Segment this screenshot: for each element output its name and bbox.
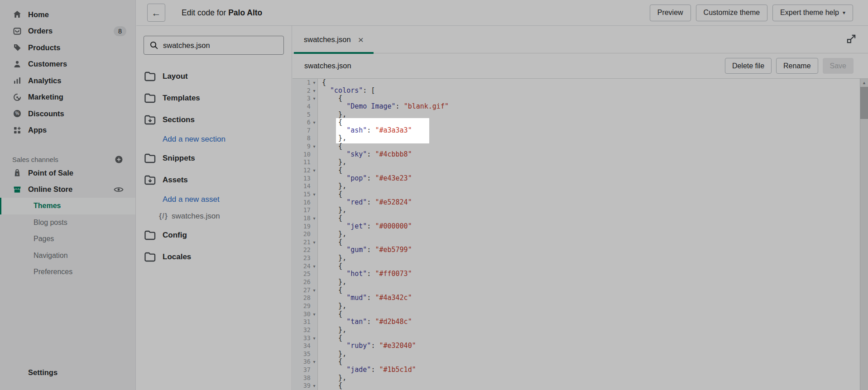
tab-swatches-json[interactable]: swatches.json × (294, 26, 374, 53)
code-line[interactable]: 31 "tan": "#d2b48c" (293, 318, 860, 326)
code-line[interactable]: 38 }, (293, 374, 860, 382)
code-line[interactable]: 3▾ { (293, 95, 860, 103)
code-line[interactable]: 23 }, (293, 254, 860, 262)
code-line[interactable]: 17 }, (293, 206, 860, 214)
code-line[interactable]: 24▾ { (293, 262, 860, 271)
line-number: 19 (293, 223, 311, 231)
code-line[interactable]: 6▾ { (293, 119, 860, 127)
code-line[interactable]: 32 }, (293, 326, 860, 334)
add-a-new-section-link[interactable]: Add a new section (136, 131, 292, 147)
code-line[interactable]: 27▾ { (293, 286, 860, 295)
sidebar-item-point-of-sale[interactable]: sPoint of Sale (0, 165, 135, 181)
code-line[interactable]: 8 }, (293, 134, 860, 143)
folder-templates[interactable]: Templates (136, 87, 292, 109)
fold-toggle-icon[interactable]: ▾ (311, 87, 318, 95)
fold-toggle-icon[interactable]: ▾ (311, 358, 318, 366)
code-line[interactable]: 14 }, (293, 182, 860, 190)
fold-toggle-icon[interactable]: ▾ (311, 382, 318, 390)
code-line[interactable]: 39▾ { (293, 382, 860, 390)
item-label: Marketing (28, 93, 63, 101)
code-line[interactable]: 11 }, (293, 158, 860, 166)
sidebar-item-navigation[interactable]: Navigation (0, 247, 135, 264)
sidebar-item-blog-posts[interactable]: Blog posts (0, 214, 135, 231)
delete-file-button[interactable]: Delete file (725, 58, 772, 74)
code-line[interactable]: 34 "ruby": "#e32040" (293, 342, 860, 350)
file-search-input[interactable] (163, 41, 278, 50)
customize-theme-button[interactable]: Customize theme (696, 5, 768, 21)
code-line[interactable]: 13 "pop": "#e43e23" (293, 175, 860, 183)
folder-assets[interactable]: Assets (136, 169, 292, 191)
code-line[interactable]: 37 "jade": "#1b5c1d" (293, 366, 860, 374)
folder-config[interactable]: Config (136, 224, 292, 246)
code-line[interactable]: 19 "jet": "#000000" (293, 223, 860, 231)
code-line[interactable]: 15▾ { (293, 190, 860, 199)
rename-button[interactable]: Rename (776, 58, 818, 74)
code-line[interactable]: 35 }, (293, 350, 860, 358)
editor-scrollbar[interactable]: ▲ (860, 79, 868, 390)
sidebar-item-products[interactable]: Products (0, 39, 135, 56)
code-line[interactable]: 20 }, (293, 230, 860, 238)
fullscreen-icon[interactable] (844, 32, 859, 47)
file-search[interactable] (144, 36, 284, 55)
code-line[interactable]: 18▾ { (293, 214, 860, 223)
folder-sections[interactable]: Sections (136, 109, 292, 131)
save-button[interactable]: Save (823, 58, 854, 74)
code-line[interactable]: 10 "sky": "#4cbbb8" (293, 151, 860, 159)
preview-button[interactable]: Preview (650, 5, 691, 21)
code-line[interactable]: 25 "hot": "#ff0073" (293, 270, 860, 278)
expert-theme-help-button[interactable]: Expert theme help ▾ (772, 5, 853, 21)
code-line[interactable]: 26 }, (293, 278, 860, 286)
code-line[interactable]: 30▾ { (293, 310, 860, 319)
sidebar-item-pages[interactable]: Pages (0, 231, 135, 247)
fold-toggle-icon[interactable]: ▾ (311, 119, 318, 127)
code-line[interactable]: 22 "gum": "#eb5799" (293, 246, 860, 254)
code-line[interactable]: 5 }, (293, 111, 860, 119)
add-a-new-asset-link[interactable]: Add a new asset (136, 191, 292, 208)
code-line[interactable]: 21▾ { (293, 238, 860, 247)
fold-toggle-icon[interactable]: ▾ (311, 95, 318, 103)
sidebar-item-home[interactable]: Home (0, 6, 135, 23)
code-line[interactable]: 9▾ { (293, 143, 860, 151)
fold-toggle-icon[interactable]: ▾ (311, 334, 318, 342)
code-line[interactable]: 2▾ "colors": [ (293, 87, 860, 95)
code-line[interactable]: 16 "red": "#e52824" (293, 199, 860, 207)
fold-toggle-icon[interactable]: ▾ (311, 79, 318, 87)
sidebar-item-online-store[interactable]: Online Store (0, 181, 135, 198)
code-line[interactable]: 28 "mud": "#4a342c" (293, 294, 860, 302)
folder-snippets[interactable]: Snippets (136, 147, 292, 169)
sidebar-item-discounts[interactable]: %Discounts (0, 105, 135, 122)
sidebar-item-analytics[interactable]: Analytics (0, 72, 135, 89)
code-line[interactable]: 7 "ash": "#a3a3a3" (293, 127, 860, 135)
fold-toggle-icon[interactable]: ▾ (311, 310, 318, 319)
fold-toggle-icon[interactable]: ▾ (311, 166, 318, 175)
sidebar-item-themes[interactable]: Themes (0, 198, 135, 214)
code-area[interactable]: 1▾{2▾ "colors": [3▾ {4 "Demo Image": "bl… (293, 79, 860, 390)
sidebar-item-customers[interactable]: Customers (0, 56, 135, 73)
folder-layout[interactable]: Layout (136, 66, 292, 87)
code-line[interactable]: 33▾ { (293, 334, 860, 342)
fold-toggle-icon[interactable]: ▾ (311, 238, 318, 247)
fold-toggle-icon[interactable]: ▾ (311, 262, 318, 271)
sidebar-item-orders[interactable]: Orders8 (0, 23, 135, 40)
code-line[interactable]: 36▾ { (293, 358, 860, 366)
fold-toggle-icon[interactable]: ▾ (311, 214, 318, 223)
code-line[interactable]: 4 "Demo Image": "blank.gif" (293, 103, 860, 111)
code-line[interactable]: 12▾ { (293, 166, 860, 175)
code-line[interactable]: 1▾{ (293, 79, 860, 87)
fold-toggle-icon[interactable]: ▾ (311, 286, 318, 295)
fold-toggle-icon[interactable]: ▾ (311, 190, 318, 199)
scrollbar-thumb[interactable] (860, 87, 868, 119)
add-sales-channel-button[interactable] (115, 156, 123, 163)
sidebar-item-marketing[interactable]: Marketing (0, 89, 135, 106)
back-button[interactable]: ← (147, 4, 165, 22)
sidebar-item-apps[interactable]: Apps (0, 122, 135, 139)
sidebar-item-settings[interactable]: Settings (0, 365, 135, 381)
file-swatches-json[interactable]: {/}swatches.json (136, 208, 292, 224)
scroll-up-icon[interactable]: ▲ (860, 81, 868, 85)
close-tab-icon[interactable]: × (358, 35, 364, 44)
sidebar-item-preferences[interactable]: Preferences (0, 264, 135, 281)
eye-icon[interactable] (114, 186, 124, 193)
code-line[interactable]: 29 }, (293, 302, 860, 310)
fold-toggle-icon[interactable]: ▾ (311, 143, 318, 151)
folder-locales[interactable]: Locales (136, 246, 292, 268)
